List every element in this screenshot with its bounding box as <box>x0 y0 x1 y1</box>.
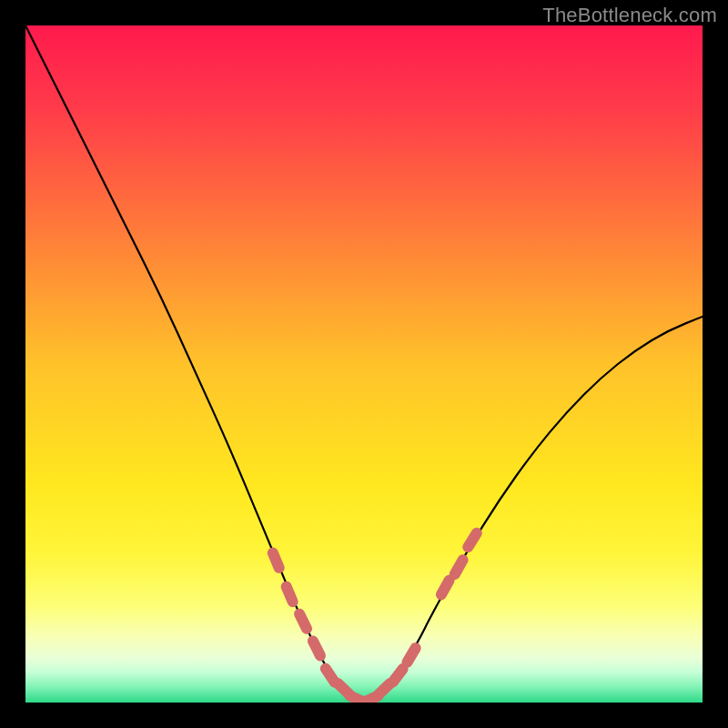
highlight-marker <box>468 533 476 547</box>
highlight-marker <box>441 581 450 595</box>
highlight-marker <box>455 560 463 574</box>
highlight-marker <box>313 641 320 655</box>
plot-area <box>25 25 703 703</box>
highlight-marker <box>287 587 293 602</box>
gradient-background <box>25 25 703 703</box>
chart-frame: TheBottleneck.com <box>0 0 728 728</box>
highlight-marker <box>273 552 279 568</box>
chart-svg <box>25 25 703 703</box>
highlight-marker <box>408 648 416 662</box>
highlight-marker <box>299 614 307 629</box>
watermark-label: TheBottleneck.com <box>542 4 717 27</box>
